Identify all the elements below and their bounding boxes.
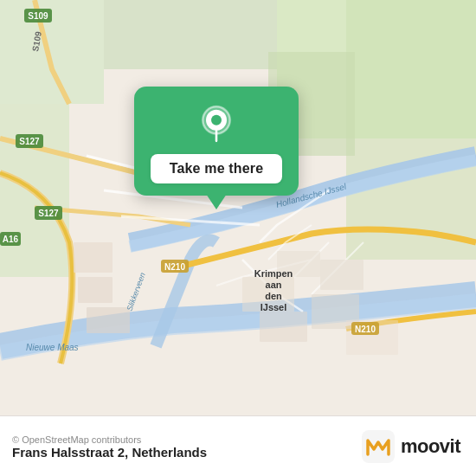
moovit-brand-text: moovit xyxy=(401,435,460,458)
svg-text:S127: S127 xyxy=(38,209,59,218)
moovit-logo: moovit xyxy=(362,430,460,463)
take-me-there-button[interactable]: Take me there xyxy=(151,154,283,183)
svg-text:IJssel: IJssel xyxy=(261,302,287,312)
svg-rect-2 xyxy=(104,0,277,69)
svg-text:S109: S109 xyxy=(28,11,48,21)
svg-rect-8 xyxy=(78,277,113,303)
svg-rect-5 xyxy=(346,0,476,260)
map-background: S109 S109 S127 S127 A16 N210 N210 Hollan… xyxy=(0,0,476,415)
svg-text:A16: A16 xyxy=(3,235,19,244)
svg-text:N210: N210 xyxy=(355,325,376,334)
app-container: S109 S109 S127 S127 A16 N210 N210 Hollan… xyxy=(0,0,476,476)
svg-text:aan: aan xyxy=(266,280,282,290)
svg-text:S127: S127 xyxy=(19,137,40,146)
bottom-left-info: © OpenStreetMap contributors Frans Halss… xyxy=(12,434,207,460)
map-container: S109 S109 S127 S127 A16 N210 N210 Hollan… xyxy=(0,0,476,415)
location-pin-icon xyxy=(196,104,237,145)
svg-rect-13 xyxy=(320,260,363,290)
moovit-logo-icon xyxy=(362,430,395,463)
bottom-bar: © OpenStreetMap contributors Frans Halss… xyxy=(0,415,476,476)
svg-text:den: den xyxy=(265,291,282,301)
svg-text:Krimpen: Krimpen xyxy=(254,268,293,279)
svg-point-38 xyxy=(211,115,222,125)
svg-rect-11 xyxy=(260,312,307,342)
address-text: Frans Halsstraat 2, Netherlands xyxy=(12,445,207,460)
attribution-text: © OpenStreetMap contributors xyxy=(12,434,207,445)
location-popup[interactable]: Take me there xyxy=(134,87,299,196)
svg-rect-7 xyxy=(74,242,113,273)
svg-rect-9 xyxy=(87,307,130,333)
svg-text:N210: N210 xyxy=(164,262,185,272)
svg-text:Nieuwe Maas: Nieuwe Maas xyxy=(26,343,79,352)
